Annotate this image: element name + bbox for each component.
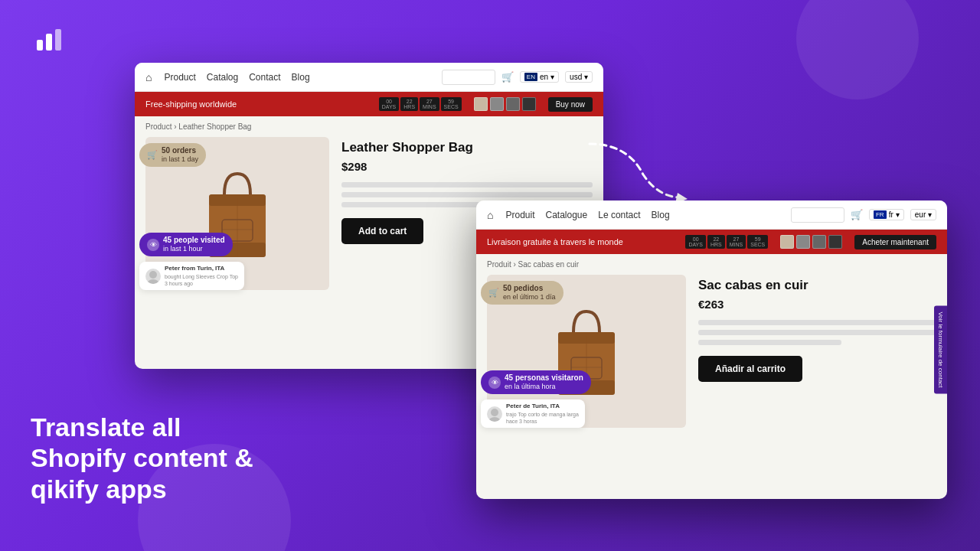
countdown-days-fr: 00 DAYS <box>685 235 706 249</box>
decoration-circle-2 <box>796 0 919 99</box>
desc-line-1-en <box>341 182 593 187</box>
nav-en: ⌂ Product Catalog Contact Blog 🛒 EN en ▾… <box>135 63 603 92</box>
desc-line-3-fr <box>698 340 841 345</box>
countdown-days-en: 00 DAYS <box>379 97 400 111</box>
badge-purchase-fr: Peter de Turin, ITA trajo Top corto de m… <box>481 399 585 428</box>
svg-point-18 <box>491 409 498 416</box>
swatch-2-en[interactable] <box>490 97 504 111</box>
add-to-cart-button-fr[interactable]: Añadir al carrito <box>698 356 802 382</box>
nav-blog-fr[interactable]: Blog <box>652 210 670 220</box>
lang-text-en: en <box>540 73 548 81</box>
buy-now-button-en[interactable]: Buy now <box>548 97 593 112</box>
desc-line-2-en <box>341 192 593 197</box>
currency-chevron-en: ▾ <box>584 73 588 81</box>
eye-icon-en: 👁 <box>147 239 159 251</box>
swatch-1-fr[interactable] <box>780 235 794 249</box>
badge-purchase-text-en: Peter from Turin, ITA bought Long Sleeve… <box>165 265 238 287</box>
flag-en: EN <box>524 73 537 81</box>
badge-visited-text-fr: 45 personas visitaron en la última hora <box>505 373 583 391</box>
lang-badge-fr[interactable]: FR fr ▾ <box>869 209 904 220</box>
cart-badge-icon-fr: 🛒 <box>488 288 499 298</box>
nav-blog-en[interactable]: Blog <box>292 72 310 83</box>
purchase-avatar-fr <box>487 406 502 422</box>
nav-right-fr: 🛒 FR fr ▾ eur ▾ <box>791 207 936 223</box>
badge-visited-fr: 👁 45 personas visitaron en la última hor… <box>481 370 591 394</box>
buy-now-button-fr[interactable]: Acheter maintenant <box>854 235 936 249</box>
banner-fr: Livraison gratuite à travers le monde 00… <box>476 230 947 254</box>
swatch-3-en[interactable] <box>506 97 520 111</box>
currency-text-fr: eur <box>915 210 926 219</box>
breadcrumb-fr: Produit › Sac cabas en cuir <box>476 254 947 272</box>
purchase-avatar-en <box>145 269 161 284</box>
cart-badge-icon-en: 🛒 <box>147 150 158 160</box>
product-name-en: Leather Shopper Bag <box>341 140 593 155</box>
product-description-fr <box>698 320 936 345</box>
svg-point-19 <box>488 417 501 422</box>
breadcrumb-en: Product › Leather Shopper Bag <box>135 116 603 134</box>
product-details-fr: Sac cabas en cuir €263 Añadir al carrito <box>698 275 936 428</box>
desc-line-1-fr <box>698 320 936 325</box>
product-image-wrap-fr: 🛒 50 pedidos en el último 1 día <box>487 275 686 428</box>
add-to-cart-button-en[interactable]: Add to cart <box>341 218 423 244</box>
desc-line-2-fr <box>698 330 936 335</box>
countdown-mins-en: 27 MINS <box>420 97 439 111</box>
badge-visited-text-en: 45 people visited in last 1 hour <box>163 236 225 253</box>
badge-purchase-text-fr: Peter de Turin, ITA trajo Top corto de m… <box>506 403 579 425</box>
countdown-fr: 00 DAYS 22 HRS 27 MINS 59 SECS <box>685 235 768 249</box>
swatch-3-fr[interactable] <box>812 235 826 249</box>
svg-rect-0 <box>37 40 43 51</box>
nav-product-en[interactable]: Product <box>164 72 195 83</box>
cart-icon-fr[interactable]: 🛒 <box>851 209 863 220</box>
countdown-mins-fr: 27 MINS <box>727 235 746 249</box>
cart-icon-en[interactable]: 🛒 <box>501 71 514 83</box>
swatch-4-fr[interactable] <box>828 235 842 249</box>
product-price-fr: €263 <box>698 298 936 311</box>
swatch-4-en[interactable] <box>522 97 536 111</box>
badge-purchase-en: Peter from Turin, ITA bought Long Sleeve… <box>139 262 244 290</box>
color-swatches-en <box>474 97 536 111</box>
sidebar-contact-fr[interactable]: Voir le formulaire de contact <box>934 305 947 393</box>
badge-orders-text-en: 50 orders in last 1 day <box>162 146 198 164</box>
window-french: ⌂ Produit Catalogue Le contact Blog 🛒 FR… <box>476 201 947 499</box>
swatch-2-fr[interactable] <box>796 235 810 249</box>
currency-badge-fr[interactable]: eur ▾ <box>910 209 936 220</box>
countdown-hrs-en: 22 HRS <box>400 97 418 111</box>
countdown-hrs-fr: 22 HRS <box>707 235 725 249</box>
svg-point-9 <box>149 271 157 279</box>
product-price-en: $298 <box>341 160 593 173</box>
product-image-wrap-en: 🛒 50 orders in last 1 day <box>145 137 329 290</box>
svg-rect-2 <box>55 29 61 51</box>
currency-text-en: usd <box>570 73 582 81</box>
badge-visited-en: 👁 45 people visited in last 1 hour <box>139 233 233 256</box>
nav-catalogue-fr[interactable]: Catalogue <box>546 210 588 220</box>
countdown-secs-en: 59 SECS <box>441 97 462 111</box>
lang-badge-en[interactable]: EN en ▾ <box>520 71 559 83</box>
svg-rect-1 <box>46 34 52 51</box>
search-input-en[interactable] <box>442 70 495 85</box>
nav-contact-en[interactable]: Contact <box>249 72 280 83</box>
badge-orders-en: 🛒 50 orders in last 1 day <box>139 143 206 167</box>
banner-en: Free-shipping worldwide 00 DAYS 22 HRS 2… <box>135 92 603 116</box>
countdown-en: 00 DAYS 22 HRS 27 MINS 59 SECS <box>379 97 462 111</box>
search-input-fr[interactable] <box>791 207 844 223</box>
product-name-fr: Sac cabas en cuir <box>698 278 936 293</box>
nav-produit-fr[interactable]: Produit <box>505 210 534 220</box>
svg-point-10 <box>147 279 159 284</box>
desc-line-3-en <box>341 202 492 207</box>
banner-text-en: Free-shipping worldwide <box>145 99 371 109</box>
swatch-1-en[interactable] <box>474 97 488 111</box>
app-logo <box>31 24 61 55</box>
badge-orders-text-fr: 50 pedidos en el último 1 día <box>503 284 556 302</box>
nav-catalog-en[interactable]: Catalog <box>207 72 238 83</box>
home-icon-fr[interactable]: ⌂ <box>487 209 493 221</box>
currency-badge-en[interactable]: usd ▾ <box>565 71 593 83</box>
nav-fr: ⌂ Produit Catalogue Le contact Blog 🛒 FR… <box>476 201 947 230</box>
home-icon-en[interactable]: ⌂ <box>145 71 152 83</box>
nav-right-en: 🛒 EN en ▾ usd ▾ <box>442 70 593 85</box>
hero-text: Translate all Shopify content & qikify a… <box>31 412 276 505</box>
countdown-secs-fr: 59 SECS <box>747 235 768 249</box>
lang-chevron-fr: ▾ <box>896 210 900 219</box>
lang-text-fr: fr <box>889 210 893 219</box>
eye-icon-fr: 👁 <box>488 377 501 389</box>
nav-contact-fr[interactable]: Le contact <box>598 210 640 220</box>
